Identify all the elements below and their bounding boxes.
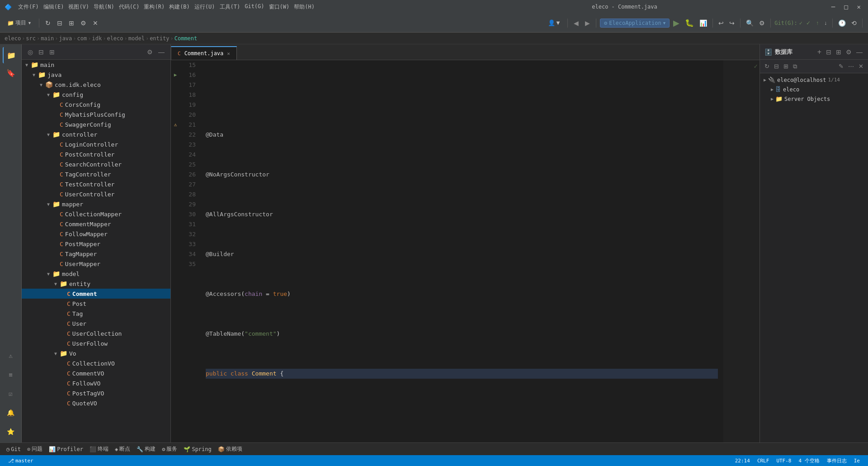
- search-everywhere-button[interactable]: 🔍: [744, 19, 755, 28]
- breadcrumb-part-src[interactable]: src: [26, 35, 36, 42]
- gutter-run-16[interactable]: ▶: [174, 70, 177, 80]
- tree-item-vo[interactable]: ▼ 📁 Vo: [22, 348, 170, 358]
- tree-item-mapper[interactable]: ▼ 📁 mapper: [22, 199, 170, 209]
- tree-item-followvo[interactable]: C FollowVO: [22, 378, 170, 388]
- tree-item-quotevo[interactable]: C QuoteVO: [22, 398, 170, 408]
- db-refresh-button[interactable]: ↻: [763, 62, 771, 71]
- breadcrumb-part-eleco2[interactable]: eleco: [107, 35, 123, 42]
- tab-comment-java[interactable]: C Comment.java ✕: [171, 46, 237, 60]
- tree-item-model[interactable]: ▼ 📁 model: [22, 269, 170, 279]
- todo-icon-strip[interactable]: ☑: [3, 385, 19, 402]
- tree-item-config[interactable]: ▼ 📁 config: [22, 90, 170, 100]
- minimize-button[interactable]: ─: [829, 3, 838, 10]
- tree-item-mybatisconfig[interactable]: C MybatisPlusConfig: [22, 109, 170, 119]
- tree-item-userfollow[interactable]: C UserFollow: [22, 338, 170, 348]
- bottom-spring[interactable]: 🌱 Spring: [181, 445, 214, 453]
- tree-item-corsconfig[interactable]: C CorsConfig: [22, 100, 170, 109]
- breadcrumb-part-com[interactable]: com: [77, 35, 87, 42]
- notifications-icon-strip[interactable]: 🔔: [3, 404, 19, 421]
- tree-item-java[interactable]: ▼ 📁 java: [22, 70, 170, 80]
- tree-item-posttagvo[interactable]: C PostTagVO: [22, 388, 170, 398]
- menu-git[interactable]: Git(G): [245, 3, 264, 11]
- close-button[interactable]: ✕: [854, 3, 863, 10]
- sync-button[interactable]: ↻: [43, 18, 53, 28]
- code-editor[interactable]: ▶ ⚠: [171, 60, 760, 442]
- menu-edit[interactable]: 编辑(E): [43, 3, 64, 11]
- menu-code[interactable]: 代码(C): [119, 3, 140, 11]
- db-close2-button[interactable]: ✕: [857, 62, 865, 71]
- tree-item-postcontroller[interactable]: C PostController: [22, 149, 170, 159]
- tree-item-testcontroller[interactable]: C TestController: [22, 179, 170, 189]
- menu-build[interactable]: 构建(B): [169, 3, 190, 11]
- git-pull-button[interactable]: ↓: [822, 19, 829, 27]
- menu-navigate[interactable]: 导航(N): [94, 3, 114, 11]
- favorites-icon-strip[interactable]: ⭐: [3, 423, 19, 440]
- db-item-eleco[interactable]: ▶ 🗄 eleco: [760, 85, 868, 94]
- bottom-build[interactable]: 🔧 构建: [134, 444, 158, 454]
- settings-button[interactable]: ⚙: [78, 18, 89, 28]
- sidebar-close-btn[interactable]: —: [156, 47, 167, 57]
- db-collapse-button[interactable]: ⊟: [825, 48, 832, 57]
- db-more-button[interactable]: ⋯: [846, 62, 856, 71]
- redo-button[interactable]: ↪: [727, 19, 736, 28]
- user-button[interactable]: 👤▼: [545, 18, 564, 28]
- db-connection-item[interactable]: ▶ 🔌 eleco@localhost 1/14: [760, 75, 868, 85]
- db-settings-button[interactable]: ⚙: [845, 48, 853, 57]
- tree-item-usermapper[interactable]: C UserMapper: [22, 259, 170, 269]
- db-filter-button[interactable]: ⧉: [791, 62, 799, 71]
- rollback-button[interactable]: ⟲: [849, 19, 859, 28]
- project-icon-strip[interactable]: 📁: [3, 47, 19, 63]
- menu-view[interactable]: 视图(V): [68, 3, 89, 11]
- db-toolbar-btn3[interactable]: ⊞: [782, 62, 790, 71]
- structure-icon-strip[interactable]: ≡: [3, 366, 19, 383]
- menu-tools[interactable]: 工具(T): [220, 3, 241, 11]
- db-expand-button[interactable]: ⊞: [835, 48, 842, 57]
- tree-item-package[interactable]: ▼ 📦 com.idk.eleco: [22, 80, 170, 90]
- sidebar-settings-btn[interactable]: ⚙: [145, 47, 155, 57]
- bottom-git[interactable]: ◷ Git: [4, 445, 24, 453]
- breadcrumb-part-model[interactable]: model: [128, 35, 145, 42]
- breadcrumb-part-main[interactable]: main: [41, 35, 54, 42]
- menu-window[interactable]: 窗口(W): [269, 3, 290, 11]
- sidebar-locate-btn[interactable]: ◎: [25, 47, 35, 57]
- db-toolbar-btn2[interactable]: ⊟: [772, 62, 781, 71]
- tab-close-icon[interactable]: ✕: [227, 51, 230, 57]
- bottom-profiler[interactable]: 📊 Profiler: [46, 445, 86, 453]
- bottom-breakpoints[interactable]: ◈ 断点: [112, 444, 133, 454]
- bottom-terminal[interactable]: ⬛ 终端: [87, 444, 111, 454]
- statusbar-line-sep[interactable]: CRLF: [754, 455, 773, 466]
- breadcrumb-part-idk[interactable]: idk: [92, 35, 102, 42]
- back-button[interactable]: ◀: [571, 18, 581, 28]
- debug-button[interactable]: 🐛: [683, 18, 696, 28]
- tree-item-main[interactable]: ▼ 📁 main: [22, 60, 170, 70]
- sidebar-expand-btn[interactable]: ⊞: [47, 47, 57, 57]
- tree-item-collectionmapper[interactable]: C CollectionMapper: [22, 209, 170, 219]
- db-item-server-objects[interactable]: ▶ 📁 Server Objects: [760, 94, 868, 104]
- db-add-button[interactable]: +: [816, 47, 822, 57]
- tree-item-entity[interactable]: ▼ 📁 entity: [22, 279, 170, 289]
- menu-file[interactable]: 文件(F): [18, 3, 39, 11]
- db-edit-button[interactable]: ✎: [837, 62, 845, 71]
- git-push-button[interactable]: ↑: [814, 19, 821, 27]
- bottom-services[interactable]: ⚙ 服务: [159, 444, 180, 454]
- tree-item-commentmapper[interactable]: C CommentMapper: [22, 219, 170, 229]
- run-button[interactable]: ▶: [671, 17, 681, 29]
- bottom-dependencies[interactable]: 📦 依赖项: [215, 444, 245, 454]
- breadcrumb-part-eleco[interactable]: eleco: [5, 35, 21, 42]
- tree-item-swaggerconfig[interactable]: C SwaggerConfig: [22, 119, 170, 129]
- git-commit-button[interactable]: ✓: [804, 19, 812, 27]
- collapse-all-button[interactable]: ⊟: [55, 18, 65, 28]
- statusbar-line-col[interactable]: 22:14: [731, 455, 754, 466]
- problems-icon-strip[interactable]: ⚠: [3, 347, 19, 364]
- settings-main-button[interactable]: ⚙: [757, 19, 767, 28]
- statusbar-encoding[interactable]: UTF-8: [773, 455, 795, 466]
- tree-item-usercontroller[interactable]: C UserController: [22, 189, 170, 199]
- tree-item-postmapper[interactable]: C PostMapper: [22, 239, 170, 249]
- expand-button[interactable]: ⊞: [66, 18, 76, 28]
- tree-item-followmapper[interactable]: C FollowMapper: [22, 229, 170, 239]
- tree-item-tag[interactable]: C Tag: [22, 309, 170, 319]
- breadcrumb-part-java[interactable]: java: [59, 35, 72, 42]
- menu-refactor[interactable]: 重构(R): [144, 3, 165, 11]
- bookmark-icon-strip[interactable]: 🔖: [3, 65, 19, 81]
- profile-button[interactable]: 📊: [698, 19, 709, 28]
